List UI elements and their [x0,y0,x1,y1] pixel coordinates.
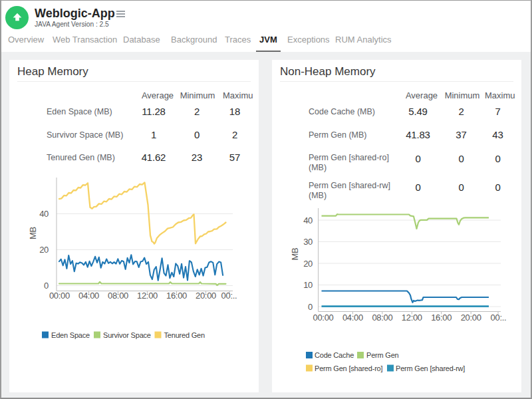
svg-text:Survivor Space: Survivor Space [103,331,151,339]
svg-text:08:00: 08:00 [372,313,392,323]
svg-text:Code Cache: Code Cache [315,351,354,359]
svg-text:08:00: 08:00 [108,291,128,301]
svg-text:12:00: 12:00 [137,291,158,301]
svg-text:20: 20 [303,259,313,269]
svg-text:20: 20 [39,245,49,255]
svg-text:20:00: 20:00 [461,313,481,323]
svg-text:40: 40 [39,209,49,219]
svg-text:0: 0 [308,302,313,312]
svg-text:Perm Gen [shared-rw]: Perm Gen [shared-rw] [396,364,465,372]
svg-text:20:00: 20:00 [196,291,216,301]
svg-text:Eden Space: Eden Space [51,331,90,339]
svg-text:16:00: 16:00 [431,313,452,323]
svg-text:04:00: 04:00 [342,313,363,323]
svg-text:Perm Gen: Perm Gen [366,351,399,359]
svg-text:MB: MB [290,248,300,261]
svg-text:30: 30 [303,237,313,247]
svg-text:Perm Gen [shared-ro]: Perm Gen [shared-ro] [315,364,383,372]
svg-text:0: 0 [44,281,49,291]
svg-text:00:00: 00:00 [313,313,333,323]
svg-text:16:00: 16:00 [166,291,187,301]
svg-text:40: 40 [303,215,313,225]
svg-text:04:00: 04:00 [78,291,99,301]
svg-text:12:00: 12:00 [402,313,422,323]
svg-text:Tenured Gen: Tenured Gen [164,331,205,339]
svg-text:10: 10 [303,280,313,290]
svg-text:00:..: 00:.. [491,313,507,323]
svg-text:00:00: 00:00 [49,291,70,301]
svg-text:00:..: 00:.. [221,291,237,301]
svg-text:MB: MB [28,227,38,239]
